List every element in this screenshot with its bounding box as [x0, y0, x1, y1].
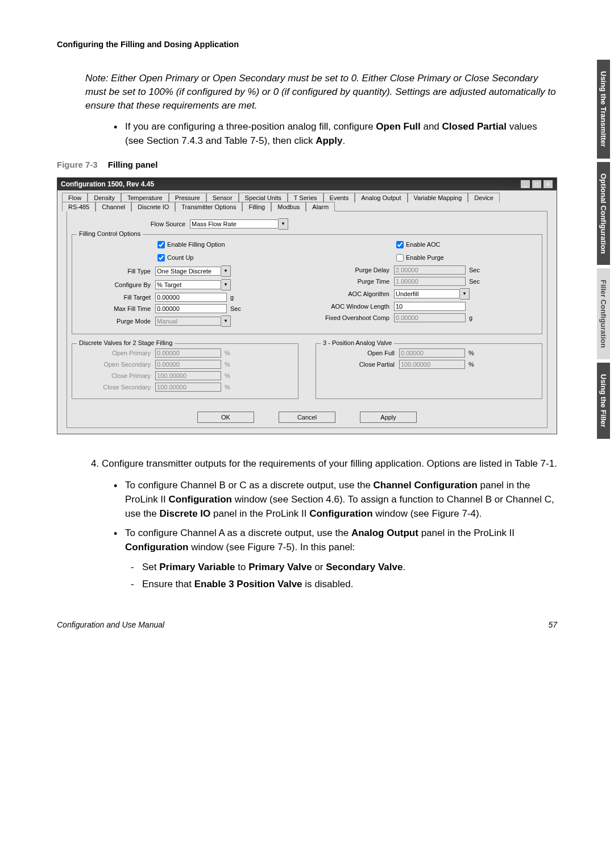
fieldset-title: Discrete Valves for 2 Stage Filling — [77, 339, 175, 346]
cancel-button[interactable]: Cancel — [279, 412, 335, 423]
unit: % — [225, 372, 230, 379]
open-secondary-input — [155, 360, 221, 369]
text: or — [312, 562, 326, 572]
side-tab: Filler Configuration — [597, 268, 610, 359]
tab-rs485[interactable]: RS-485 — [62, 202, 96, 211]
tab-temperature[interactable]: Temperature — [121, 193, 169, 202]
unit: % — [225, 350, 230, 356]
sub-bullet-2: To configure Channel A as a discrete out… — [114, 526, 557, 554]
fill-target-input[interactable] — [155, 293, 227, 302]
fixed-over-label: Fixed Overshoot Comp — [316, 314, 394, 321]
enable-purge-checkbox[interactable] — [396, 254, 404, 261]
tab-special-units[interactable]: Special Units — [239, 193, 288, 202]
configure-by-select[interactable] — [155, 280, 221, 289]
chevron-down-icon[interactable]: ▼ — [221, 265, 231, 277]
tab-channel[interactable]: Channel — [96, 202, 131, 211]
tab-device[interactable]: Device — [468, 193, 500, 202]
unit: % — [225, 361, 230, 368]
tab-density[interactable]: Density — [88, 193, 121, 202]
tab-row-1: Flow Density Temperature Pressure Sensor… — [62, 193, 552, 202]
tab-discrete-io[interactable]: Discrete IO — [131, 202, 175, 211]
analog-valve-fieldset: 3 - Position Analog Valve Open Full% Clo… — [316, 343, 542, 399]
maximize-button[interactable]: □ — [532, 180, 542, 189]
text-bold: Configuration — [125, 542, 188, 553]
discrete-valves-fieldset: Discrete Valves for 2 Stage Filling Open… — [72, 343, 298, 399]
minimize-button[interactable]: _ — [520, 180, 530, 189]
text: To configure Channel A as a discrete out… — [125, 528, 351, 538]
filling-control-options: Filling Control Options Enable Filling O… — [72, 234, 542, 334]
close-primary-input — [155, 371, 221, 380]
text-bold: Apply — [316, 135, 342, 146]
tab-sensor[interactable]: Sensor — [206, 193, 239, 202]
fill-type-label: Fill Type — [77, 268, 155, 275]
unit: g — [469, 314, 472, 321]
enable-filling-checkbox[interactable] — [157, 241, 165, 248]
tab-alarm[interactable]: Alarm — [306, 202, 335, 211]
page-number: 57 — [548, 620, 557, 629]
tab-variable-mapping[interactable]: Variable Mapping — [408, 193, 468, 202]
purge-mode-label: Purge Mode — [77, 318, 155, 325]
text: . — [403, 562, 405, 572]
purge-delay-label: Purge Delay — [316, 267, 394, 273]
text: to — [235, 562, 249, 572]
window-controls: _ □ × — [520, 180, 553, 189]
figure-number: Figure 7-3 — [57, 160, 98, 169]
text-bold: Enable 3 Position Valve — [194, 579, 302, 589]
max-fill-time-label: Max Fill Time — [77, 305, 155, 312]
purge-delay-input — [394, 265, 466, 275]
aoc-win-input[interactable] — [394, 302, 466, 311]
text-bold: Channel Configuration — [374, 480, 478, 491]
aoc-alg-label: AOC Algorithm — [316, 290, 394, 297]
open-full-input — [399, 348, 465, 358]
flow-source-label: Flow Source — [72, 221, 190, 227]
text-bold: Configuration — [169, 494, 232, 505]
text: . — [342, 135, 345, 146]
fill-type-select[interactable] — [155, 267, 221, 276]
open-primary-label: Open Primary — [77, 350, 155, 356]
purge-time-input — [394, 277, 466, 286]
ok-button[interactable]: OK — [197, 412, 254, 423]
fieldset-title: Filling Control Options — [77, 230, 143, 237]
figure-title: Filling panel — [108, 160, 158, 169]
button-row: OK Cancel Apply — [72, 412, 542, 423]
close-primary-label: Close Primary — [77, 372, 155, 379]
tab-t-series[interactable]: T Series — [288, 193, 323, 202]
open-secondary-label: Open Secondary — [77, 361, 155, 368]
close-partial-label: Close Partial — [321, 361, 399, 368]
text-bold: Primary Valve — [248, 562, 312, 572]
close-button[interactable]: × — [543, 180, 553, 189]
tab-flow[interactable]: Flow — [62, 193, 88, 202]
enable-aoc-checkbox[interactable] — [396, 241, 404, 248]
checkbox-label: Count Up — [167, 254, 193, 261]
max-fill-time-input[interactable] — [155, 304, 227, 313]
open-full-label: Open Full — [321, 350, 399, 356]
text-bold: Primary Variable — [159, 562, 235, 572]
tab-modbus[interactable]: Modbus — [271, 202, 306, 211]
fixed-over-input — [394, 313, 466, 322]
tab-transmitter-options[interactable]: Transmitter Options — [175, 202, 242, 211]
apply-button[interactable]: Apply — [360, 412, 417, 423]
close-partial-input — [399, 360, 465, 369]
close-secondary-input — [155, 383, 221, 392]
text: To configure Channel B or C as a discret… — [125, 480, 374, 491]
footer: Configuration and Use Manual 57 — [57, 620, 557, 629]
chevron-down-icon[interactable]: ▼ — [460, 288, 470, 300]
tab-row-2: RS-485 Channel Discrete IO Transmitter O… — [62, 202, 552, 211]
unit: % — [468, 361, 474, 368]
checkbox-label: Enable AOC — [406, 241, 441, 248]
dash-1: Set Primary Variable to Primary Valve or… — [131, 560, 557, 575]
side-tab: Using the Transmitter — [597, 60, 610, 159]
text: panel in the ProLink II — [418, 528, 515, 538]
configure-by-label: Configure By — [77, 281, 155, 288]
flow-source-select[interactable] — [190, 219, 279, 229]
unit: Sec — [469, 278, 480, 285]
chevron-down-icon[interactable]: ▼ — [221, 279, 231, 290]
close-secondary-label: Close Secondary — [77, 384, 155, 391]
chevron-down-icon[interactable]: ▼ — [279, 218, 288, 230]
count-up-checkbox[interactable] — [157, 254, 165, 261]
tab-analog-output[interactable]: Analog Output — [355, 193, 407, 202]
aoc-alg-select[interactable] — [394, 289, 460, 298]
tab-pressure[interactable]: Pressure — [169, 193, 206, 202]
tab-events[interactable]: Events — [323, 193, 355, 202]
tab-filling[interactable]: Filling — [242, 202, 271, 211]
